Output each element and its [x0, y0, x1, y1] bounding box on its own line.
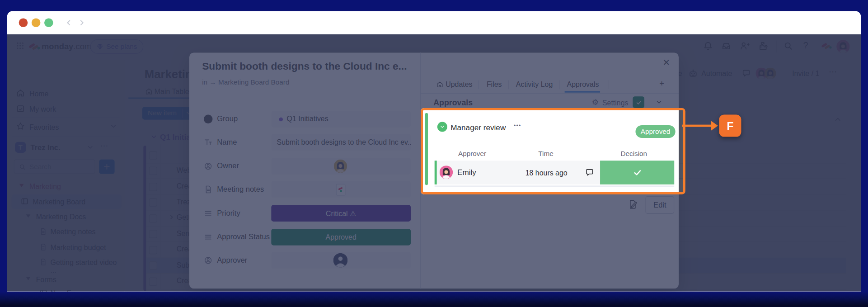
- edit-doc-icon[interactable]: [628, 199, 638, 209]
- owner-field-label: Owner: [217, 162, 239, 170]
- approval-status-value-text: Approved: [326, 233, 357, 241]
- name-field-label: Name: [217, 138, 237, 146]
- maximize-window-button[interactable]: [44, 18, 53, 27]
- status-badge: Approved: [635, 125, 675, 138]
- tab-divider: [508, 80, 509, 90]
- tab-divider: [559, 80, 559, 90]
- tab-files[interactable]: Files: [487, 80, 502, 89]
- column-header-decision: Decision: [611, 150, 657, 158]
- panel-divider: [421, 93, 679, 94]
- approver-field-label: Approver: [217, 256, 247, 264]
- approval-card: Manager review ••• Approved Approver Tim…: [423, 110, 678, 188]
- tab-divider: [479, 80, 479, 90]
- priority-value-text: Critical ⚠: [326, 209, 356, 217]
- annotation-label-badge: F: [719, 115, 741, 137]
- approver-row-avatar: [440, 165, 453, 179]
- review-more-button[interactable]: •••: [514, 123, 521, 128]
- tab-updates[interactable]: Updates: [446, 80, 472, 89]
- priority-field-label: Priority: [217, 209, 240, 217]
- edit-button-label: Edit: [653, 201, 666, 209]
- approver-field-value[interactable]: [271, 252, 411, 269]
- frame-bottom-band: [0, 291, 868, 307]
- tab-activity-log[interactable]: Activity Log: [516, 80, 553, 89]
- approval-status-field-icon: [204, 233, 213, 242]
- approver-field-icon: [204, 256, 213, 265]
- priority-field-icon: [204, 209, 213, 218]
- column-header-time: Time: [523, 150, 568, 158]
- tab-divider: [608, 80, 608, 90]
- group-color-dot: [279, 118, 283, 122]
- owner-avatar: [334, 160, 347, 173]
- gear-icon[interactable]: ⚙: [592, 98, 599, 107]
- annotation-letter: F: [727, 119, 733, 132]
- group-field-icon: [204, 115, 213, 124]
- approval-status-field-label: Approval Status: [217, 233, 270, 241]
- name-field-value[interactable]: Submit booth designs to the Cloud Inc ev…: [271, 134, 411, 151]
- approval-column-checkbox[interactable]: [633, 96, 644, 108]
- screen: monday.com See plans ? Home: [0, 0, 868, 307]
- approver-name: Emily: [457, 168, 476, 177]
- name-field-icon: [204, 138, 213, 147]
- meeting-notes-field-icon: [204, 185, 213, 194]
- modal-panel-divider: [420, 52, 421, 288]
- approval-status-cell[interactable]: Approved: [271, 229, 411, 246]
- review-step-title: Manager review: [450, 123, 506, 132]
- item-detail-modal: Submit booth designs to the Cloud Inc e.…: [189, 52, 679, 288]
- item-breadcrumb[interactable]: in → Marketing Board Board: [202, 79, 289, 86]
- name-value-text: Submit booth designs to the Cloud Inc ev…: [277, 138, 411, 146]
- annotation-arrowhead: [711, 121, 718, 131]
- decision-approved-cell[interactable]: [600, 161, 674, 184]
- approval-collapse-chevron-icon[interactable]: [437, 122, 447, 132]
- minimize-window-button[interactable]: [32, 18, 41, 27]
- close-icon[interactable]: ✕: [662, 57, 670, 67]
- item-title: Submit booth designs to the Cloud Inc e.…: [202, 61, 407, 73]
- owner-field-value[interactable]: [271, 158, 411, 175]
- browser-window: monday.com See plans ? Home: [7, 11, 861, 292]
- approver-avatar: [333, 253, 348, 268]
- nav-forward-icon[interactable]: [78, 18, 87, 27]
- priority-status-cell[interactable]: Critical ⚠: [271, 205, 411, 222]
- close-window-button[interactable]: [19, 18, 28, 27]
- meeting-notes-field-value[interactable]: [271, 181, 411, 198]
- status-badge-label: Approved: [641, 128, 671, 135]
- approver-row[interactable]: Emily 18 hours ago: [435, 161, 674, 184]
- approvals-heading: Approvals: [433, 98, 473, 107]
- annotation-arrow-line: [682, 125, 712, 127]
- group-field-label: Group: [217, 115, 238, 123]
- owner-field-icon: [204, 162, 213, 171]
- updates-home-icon: [436, 81, 443, 88]
- row-green-accent: [435, 161, 437, 184]
- active-tab-underline: [565, 91, 600, 92]
- edit-button[interactable]: Edit: [646, 196, 675, 214]
- settings-button[interactable]: Settings: [602, 99, 629, 107]
- window-titlebar: [7, 11, 861, 34]
- group-field-value[interactable]: Q1 Initiatives: [271, 111, 411, 128]
- nav-back-icon[interactable]: [64, 18, 73, 27]
- approval-time: 18 hours ago: [513, 169, 580, 177]
- group-value-text: Q1 Initiatives: [287, 115, 328, 123]
- meeting-notes-field-label: Meeting notes: [217, 185, 264, 193]
- row-shadow-line: [435, 185, 674, 186]
- app-area: monday.com See plans ? Home: [7, 34, 861, 291]
- add-tab-button[interactable]: +: [659, 79, 664, 88]
- comment-bubble-icon[interactable]: [585, 168, 594, 177]
- file-icon: [336, 184, 346, 196]
- tab-approvals[interactable]: Approvals: [567, 80, 599, 89]
- column-header-approver: Approver: [450, 150, 495, 158]
- approval-card-green-bar: [425, 113, 428, 185]
- checkbox-chevron-down-icon[interactable]: [656, 99, 663, 106]
